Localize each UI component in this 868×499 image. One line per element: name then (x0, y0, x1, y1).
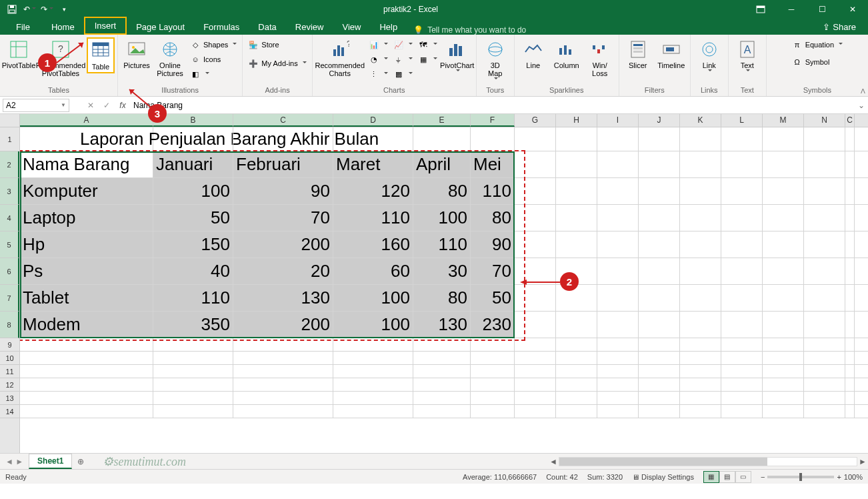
view-page-break-button[interactable]: ▭ (735, 471, 751, 483)
cell[interactable]: 30 (413, 258, 471, 284)
cell[interactable] (471, 405, 515, 418)
cell[interactable] (639, 392, 680, 404)
cell[interactable] (556, 285, 597, 311)
cell[interactable]: 100 (333, 312, 413, 338)
cell[interactable] (597, 258, 639, 284)
cell[interactable] (804, 392, 845, 404)
cell[interactable] (763, 365, 804, 378)
cell[interactable] (639, 258, 680, 284)
cell[interactable] (515, 405, 556, 418)
cell[interactable] (597, 365, 639, 378)
horizontal-scrollbar[interactable]: ◄ ► (548, 456, 868, 467)
cell[interactable]: 110 (153, 285, 233, 311)
cell[interactable] (556, 231, 597, 258)
cell[interactable] (153, 352, 233, 364)
cell[interactable] (515, 338, 556, 351)
cell[interactable] (597, 312, 639, 338)
chart-line-button[interactable]: 📈 (391, 37, 415, 52)
cell[interactable] (763, 205, 804, 231)
cell[interactable] (471, 365, 515, 378)
cells-grid[interactable]: Laporan Penjualan Barang Akhir BulanNama… (20, 127, 868, 453)
cell[interactable] (556, 127, 597, 151)
cell[interactable] (597, 338, 639, 351)
cell[interactable]: Ps (20, 258, 153, 284)
cell[interactable]: Mei (471, 151, 515, 177)
cell[interactable]: 90 (233, 178, 333, 204)
row-header[interactable]: 8 (0, 312, 19, 338)
cell[interactable] (804, 258, 845, 284)
cell[interactable] (333, 352, 413, 364)
ribbon-display-icon[interactable] (745, 0, 776, 19)
cell[interactable] (471, 378, 515, 391)
cell[interactable] (680, 405, 721, 418)
cell[interactable] (845, 178, 855, 204)
cell[interactable] (556, 178, 597, 204)
cell[interactable] (639, 312, 680, 338)
tab-help[interactable]: Help (370, 19, 407, 35)
cell[interactable] (413, 365, 471, 378)
save-button[interactable] (4, 2, 20, 17)
cell[interactable] (680, 285, 721, 311)
row-header[interactable]: 2 (0, 151, 19, 178)
cell[interactable] (804, 365, 845, 378)
cell[interactable] (515, 378, 556, 391)
close-button[interactable]: ✕ (837, 0, 868, 19)
cell[interactable] (804, 352, 845, 364)
cell[interactable] (845, 205, 855, 231)
cell[interactable] (20, 338, 153, 351)
cell[interactable] (763, 285, 804, 311)
cell[interactable] (721, 151, 763, 177)
cell[interactable] (763, 378, 804, 391)
tab-formulas[interactable]: Formulas (194, 19, 249, 35)
cell[interactable] (721, 338, 763, 351)
cell[interactable] (597, 352, 639, 364)
cell[interactable] (721, 127, 763, 151)
cell[interactable] (639, 285, 680, 311)
cell[interactable]: Modem (20, 312, 153, 338)
row-header[interactable]: 12 (0, 378, 19, 392)
column-header[interactable]: J (639, 114, 680, 127)
cell[interactable]: 130 (413, 312, 471, 338)
cell[interactable] (333, 338, 413, 351)
cell[interactable] (556, 151, 597, 177)
tab-data[interactable]: Data (249, 19, 285, 35)
cell[interactable] (597, 392, 639, 404)
cell[interactable] (413, 127, 471, 151)
column-header[interactable]: N (804, 114, 845, 127)
cell[interactable] (721, 285, 763, 311)
column-header[interactable]: F (471, 114, 515, 127)
enter-formula-button[interactable]: ✓ (99, 101, 115, 110)
cell[interactable] (556, 338, 597, 351)
chart-surface-button[interactable]: ▩ (391, 67, 415, 81)
row-header[interactable]: 1 (0, 127, 19, 151)
cell[interactable] (721, 405, 763, 418)
namebox-dropdown-icon[interactable]: ▼ (61, 102, 66, 108)
cell[interactable] (413, 352, 471, 364)
slicer-button[interactable]: Slicer (622, 37, 654, 71)
cell[interactable]: 200 (233, 312, 333, 338)
undo-button[interactable]: ↶ (21, 2, 37, 17)
cell[interactable] (515, 151, 556, 177)
cell[interactable] (680, 338, 721, 351)
cell[interactable] (556, 205, 597, 231)
cell[interactable]: 120 (333, 178, 413, 204)
cell[interactable] (680, 151, 721, 177)
cell[interactable] (556, 378, 597, 391)
cell[interactable] (639, 378, 680, 391)
cell[interactable]: 160 (333, 231, 413, 258)
cell[interactable] (804, 178, 845, 204)
illus-more-button[interactable]: ◧ (187, 67, 239, 81)
cell[interactable] (639, 231, 680, 258)
cell[interactable] (845, 405, 855, 418)
cell[interactable] (597, 205, 639, 231)
cell[interactable] (639, 365, 680, 378)
column-header[interactable]: C (845, 114, 855, 127)
cell[interactable] (804, 285, 845, 311)
cell[interactable] (515, 205, 556, 231)
column-header[interactable]: I (597, 114, 639, 127)
column-header[interactable]: M (763, 114, 804, 127)
cell[interactable] (763, 352, 804, 364)
cell[interactable] (763, 178, 804, 204)
cell[interactable] (680, 178, 721, 204)
cell[interactable]: 70 (471, 258, 515, 284)
